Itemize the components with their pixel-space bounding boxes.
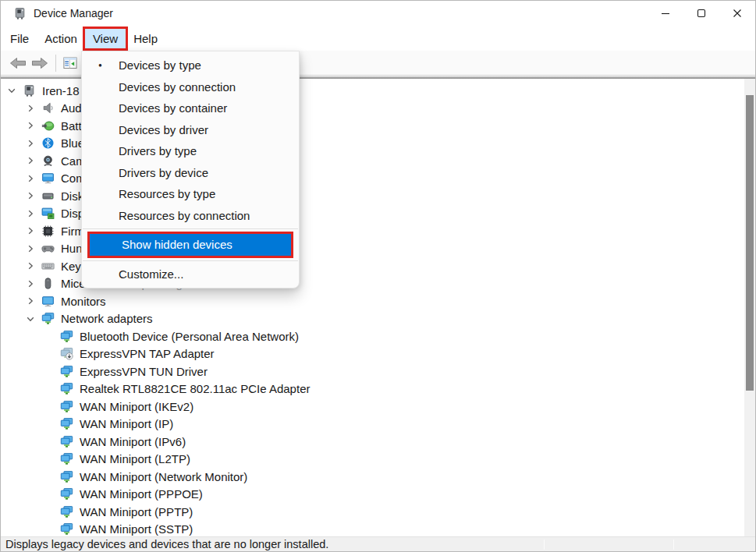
vertical-scrollbar[interactable] (744, 79, 755, 536)
camera-icon (41, 154, 55, 168)
menu-item-devices-by-container[interactable]: Devices by container (82, 97, 299, 119)
tree-row-network-adapters[interactable]: Network adapters (1, 310, 744, 328)
minimize-button[interactable] (648, 1, 683, 26)
chevron-right-icon[interactable] (24, 295, 37, 307)
tree-row-wan-miniport-sstp[interactable]: WAN Miniport (SSTP) (1, 521, 744, 537)
tree-label: ExpressVPN TUN Driver (80, 365, 208, 378)
tree-row-wan-miniport-l2tp[interactable]: WAN Miniport (L2TP) (1, 451, 744, 469)
menu-item-show-hidden-devices[interactable]: Show hidden devices (90, 234, 291, 256)
net-adapter-icon (60, 522, 73, 536)
back-button[interactable] (7, 53, 29, 73)
radio-bullet-icon: ● (82, 62, 119, 69)
tree-row-wan-miniport-ikev2[interactable]: WAN Miniport (IKEv2) (1, 398, 744, 416)
close-button[interactable] (719, 1, 755, 26)
device-manager-app-icon (13, 7, 27, 20)
tree-row-wan-miniport-ipv6[interactable]: WAN Miniport (IPv6) (1, 433, 744, 451)
menu-item-label: Show hidden devices (122, 238, 232, 251)
menu-item-devices-by-connection[interactable]: Devices by connection (82, 76, 299, 98)
menu-separator (83, 260, 298, 261)
monitor-icon (41, 295, 55, 308)
tree-label: WAN Miniport (SSTP) (80, 522, 193, 536)
menubar-item-action[interactable]: Action (37, 29, 85, 48)
forward-icon (31, 57, 48, 69)
tree-row-realtek-rtl8821ce-802-11ac-pcie-adapter[interactable]: Realtek RTL8821CE 802.11ac PCIe Adapter (1, 380, 744, 398)
menubar-item-file[interactable]: File (2, 29, 37, 48)
tree-row-wan-miniport-ip[interactable]: WAN Miniport (IP) (1, 416, 744, 433)
net-adapter-disabled-icon (60, 347, 73, 360)
statusbar-divider (544, 540, 545, 550)
view-menu: ●Devices by typeDevices by connectionDev… (81, 51, 300, 288)
menu-bar: FileActionViewHelp (1, 26, 755, 51)
menu-item-resources-by-type[interactable]: Resources by type (82, 183, 299, 205)
window-controls (648, 1, 755, 26)
title-bar: Device Manager (1, 1, 755, 26)
chevron-right-icon[interactable] (24, 242, 37, 255)
tree-row-bluetooth-device-personal-area-network[interactable]: Bluetooth Device (Personal Area Network) (1, 327, 744, 345)
network-icon (41, 312, 55, 325)
console-tree-icon (63, 56, 77, 70)
menu-item-label: Customize... (119, 267, 183, 281)
menu-item-customize[interactable]: Customize... (82, 264, 299, 285)
menubar-item-help[interactable]: Help (126, 29, 165, 48)
menu-item-drivers-by-type[interactable]: Drivers by type (82, 140, 299, 162)
chevron-down-icon[interactable] (5, 84, 18, 97)
tree-row-expressvpn-tap-adapter[interactable]: ExpressVPN TAP Adapter (1, 345, 744, 363)
tree-label: WAN Miniport (IPv6) (80, 435, 186, 448)
battery-icon (41, 119, 55, 133)
audio-icon (41, 101, 55, 115)
tree-label: WAN Miniport (IP) (80, 417, 173, 430)
menu-item-label: Devices by type (119, 58, 201, 72)
tree-row-monitors[interactable]: Monitors (1, 292, 744, 310)
mouse-icon (41, 277, 55, 290)
tree-label: Hun (61, 242, 83, 255)
net-adapter-icon (60, 505, 73, 518)
chevron-right-icon[interactable] (24, 137, 37, 150)
keyboard-icon (41, 260, 55, 273)
menu-item-label: Devices by driver (119, 123, 208, 136)
menu-item-drivers-by-device[interactable]: Drivers by device (82, 162, 299, 184)
net-adapter-icon (60, 487, 73, 501)
chevron-down-icon[interactable] (24, 313, 37, 325)
maximize-button[interactable] (683, 1, 719, 26)
chevron-right-icon[interactable] (24, 207, 37, 220)
menu-item-label: Resources by connection (119, 209, 250, 222)
forward-button[interactable] (29, 53, 51, 73)
tree-label: Monitors (61, 295, 106, 308)
chevron-right-icon[interactable] (24, 102, 37, 115)
tree-row-wan-miniport-pptp[interactable]: WAN Miniport (PPTP) (1, 503, 744, 521)
net-adapter-icon (60, 435, 73, 448)
window-title: Device Manager (34, 7, 113, 19)
net-adapter-icon (60, 330, 73, 343)
chevron-right-icon[interactable] (24, 260, 37, 272)
tree-row-wan-miniport-pppoe[interactable]: WAN Miniport (PPPOE) (1, 486, 744, 504)
chevron-right-icon[interactable] (24, 154, 37, 167)
menu-item-resources-by-connection[interactable]: Resources by connection (82, 205, 299, 227)
net-adapter-icon (60, 470, 73, 483)
net-adapter-icon (60, 365, 73, 378)
statusbar-divider (673, 540, 674, 550)
menu-item-devices-by-type[interactable]: ●Devices by type (82, 55, 299, 76)
chevron-right-icon[interactable] (24, 278, 37, 290)
menu-item-label: Devices by connection (119, 80, 236, 94)
bluetooth-icon (41, 136, 55, 150)
chevron-right-icon[interactable] (24, 119, 37, 132)
tree-label: WAN Miniport (IKEv2) (80, 400, 193, 413)
menu-item-label: Devices by container (119, 101, 227, 115)
tree-label: WAN Miniport (PPPOE) (80, 487, 203, 501)
computer-icon (41, 172, 55, 185)
chevron-right-icon[interactable] (24, 189, 37, 202)
console-tree-button[interactable] (61, 53, 80, 73)
tree-row-expressvpn-tun-driver[interactable]: ExpressVPN TUN Driver (1, 363, 744, 380)
tree-row-wan-miniport-network-monitor[interactable]: WAN Miniport (Network Monitor) (1, 468, 744, 486)
scrollbar-thumb[interactable] (746, 95, 754, 391)
tree-label: Batt (61, 119, 82, 133)
chevron-right-icon[interactable] (24, 172, 37, 185)
chevron-right-icon[interactable] (24, 225, 37, 237)
tree-label: Iren-18 (42, 84, 80, 97)
net-adapter-icon (60, 417, 73, 430)
tree-label: WAN Miniport (L2TP) (80, 452, 190, 465)
menu-item-label: Drivers by device (119, 166, 208, 179)
menu-item-devices-by-driver[interactable]: Devices by driver (82, 119, 299, 141)
menubar-item-view[interactable]: View (85, 29, 126, 48)
computer-root-icon (23, 84, 36, 97)
